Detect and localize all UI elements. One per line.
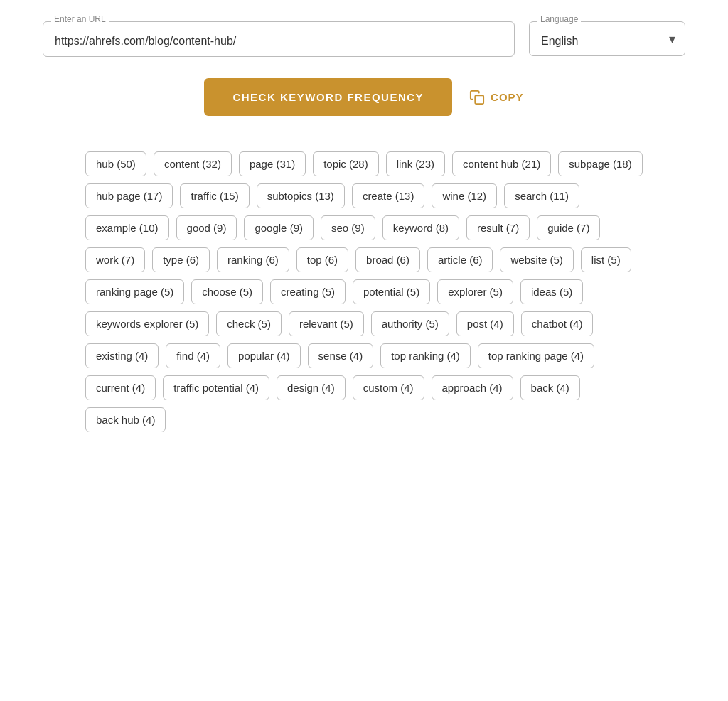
keyword-tag: example (10) — [85, 215, 169, 240]
keyword-tag: back hub (4) — [85, 407, 166, 432]
keyword-tag: existing (4) — [85, 343, 159, 368]
keyword-tag: hub page (17) — [85, 183, 173, 208]
keyword-tag: authority (5) — [371, 311, 449, 336]
keyword-tag: create (13) — [352, 183, 425, 208]
keyword-tag: good (9) — [176, 215, 237, 240]
keyword-tag: article (6) — [427, 247, 493, 272]
keyword-tag: hub (50) — [85, 151, 146, 176]
keyword-tag: traffic potential (4) — [163, 375, 269, 400]
keyword-tag: design (4) — [277, 375, 346, 400]
keyword-tag: content (32) — [154, 151, 232, 176]
keywords-area: hub (50)content (32)page (31)topic (28)l… — [43, 144, 685, 439]
keyword-tag: keyword (8) — [382, 215, 459, 240]
keyword-tag: list (5) — [581, 247, 631, 272]
keyword-tag: subpage (18) — [558, 151, 642, 176]
keyword-tag: work (7) — [85, 247, 145, 272]
top-controls: Enter an URL Language EnglishSpanishFren… — [43, 21, 685, 57]
keyword-tag: ranking page (5) — [85, 279, 184, 304]
action-row: CHECK KEYWORD FREQUENCY COPY — [43, 78, 685, 116]
check-keyword-frequency-button[interactable]: CHECK KEYWORD FREQUENCY — [204, 78, 452, 116]
keyword-tag: back (4) — [520, 375, 580, 400]
url-label: Enter an URL — [51, 14, 109, 24]
keyword-tag: seo (9) — [321, 215, 375, 240]
keyword-tag: custom (4) — [353, 375, 424, 400]
keyword-tag: traffic (15) — [180, 183, 249, 208]
url-input[interactable] — [43, 21, 515, 57]
keyword-tag: ideas (5) — [520, 279, 583, 304]
keyword-tag: relevant (5) — [289, 311, 364, 336]
keyword-tag: current (4) — [85, 375, 156, 400]
keyword-tag: sense (4) — [308, 343, 374, 368]
keyword-tag: top ranking (4) — [380, 343, 471, 368]
keyword-tag: ranking (6) — [217, 247, 289, 272]
keyword-tag: choose (5) — [191, 279, 263, 304]
keyword-tag: website (5) — [500, 247, 573, 272]
keyword-tag: type (6) — [152, 247, 210, 272]
keyword-tag: search (11) — [504, 183, 579, 208]
keyword-tag: content hub (21) — [452, 151, 551, 176]
svg-rect-0 — [475, 95, 483, 104]
language-label: Language — [537, 14, 581, 24]
keyword-tag: topic (28) — [313, 151, 379, 176]
copy-button[interactable]: COPY — [469, 90, 524, 105]
keyword-tag: chatbot (4) — [521, 311, 594, 336]
copy-btn-label: COPY — [491, 91, 524, 103]
keyword-tag: potential (5) — [353, 279, 430, 304]
keyword-tag: broad (6) — [355, 247, 420, 272]
keyword-tag: top (6) — [296, 247, 348, 272]
url-input-group: Enter an URL — [43, 21, 515, 57]
keyword-tag: link (23) — [386, 151, 445, 176]
language-select-group: Language EnglishSpanishFrenchGermanPortu… — [529, 21, 685, 56]
keyword-tag: wine (12) — [432, 183, 497, 208]
keyword-tag: result (7) — [466, 215, 530, 240]
keyword-tag: post (4) — [456, 311, 514, 336]
keyword-tag: subtopics (13) — [257, 183, 345, 208]
keyword-tag: explorer (5) — [437, 279, 513, 304]
copy-icon — [469, 90, 485, 105]
keyword-tag: find (4) — [166, 343, 220, 368]
language-select[interactable]: EnglishSpanishFrenchGermanPortugueseItal… — [529, 21, 685, 56]
keyword-tag: top ranking page (4) — [478, 343, 594, 368]
keyword-tag: page (31) — [239, 151, 306, 176]
keyword-tag: approach (4) — [432, 375, 513, 400]
keyword-tag: guide (7) — [537, 215, 600, 240]
keyword-tag: check (5) — [216, 311, 282, 336]
keyword-tag: creating (5) — [270, 279, 346, 304]
keyword-tag: popular (4) — [228, 343, 301, 368]
keyword-tag: keywords explorer (5) — [85, 311, 209, 336]
keyword-tag: google (9) — [244, 215, 314, 240]
